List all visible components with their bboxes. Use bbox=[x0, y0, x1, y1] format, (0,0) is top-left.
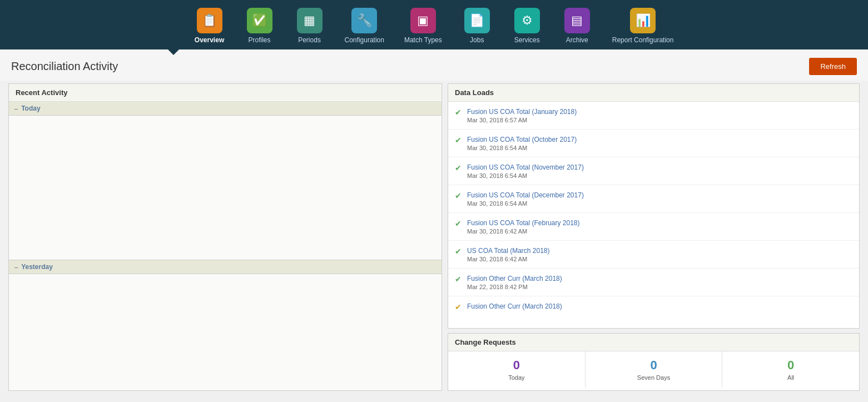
refresh-button[interactable]: Refresh bbox=[809, 58, 857, 75]
data-load-date: Mar 30, 2018 6:54 AM bbox=[467, 145, 852, 151]
data-load-item: ✔Fusion US COA Total (October 2017)Mar 3… bbox=[448, 130, 859, 157]
nav-icon-configuration: 🔧 bbox=[351, 8, 377, 33]
data-load-item: ✔US COA Total (March 2018)Mar 30, 2018 6… bbox=[448, 241, 859, 269]
nav-label-report-config: Report Configuration bbox=[612, 36, 674, 44]
nav-icon-overview: 📋 bbox=[197, 8, 222, 33]
nav-label-periods: Periods bbox=[298, 36, 321, 44]
right-panel: Data Loads ✔Fusion US COA Total (January… bbox=[448, 83, 860, 391]
data-load-info: US COA Total (March 2018)Mar 30, 2018 6:… bbox=[467, 246, 852, 262]
cr-label: Seven Days bbox=[590, 374, 718, 381]
data-load-status-icon: ✔ bbox=[455, 302, 462, 311]
data-load-status-icon: ✔ bbox=[455, 136, 462, 145]
navigation-bar: 📋Overview✅Profiles▦Periods🔧Configuration… bbox=[0, 0, 868, 49]
data-loads-list: ✔Fusion US COA Total (January 2018)Mar 3… bbox=[448, 102, 859, 328]
change-requests-header: Change Requests bbox=[448, 334, 859, 351]
recent-activity-panel: Recent Activity – Today – Yesterday – Se… bbox=[8, 83, 442, 391]
cr-cell-today: 0Today bbox=[448, 351, 586, 388]
data-load-status-icon: ✔ bbox=[455, 108, 462, 117]
data-load-name[interactable]: US COA Total (March 2018) bbox=[467, 247, 550, 255]
nav-icon-match-types: ▣ bbox=[410, 8, 436, 33]
nav-label-services: Services bbox=[514, 36, 540, 44]
nav-label-profiles: Profiles bbox=[249, 36, 271, 44]
data-load-date: Mar 30, 2018 6:42 AM bbox=[467, 256, 852, 262]
nav-icon-report-config: 📊 bbox=[630, 8, 656, 33]
yesterday-section-header[interactable]: – Yesterday bbox=[9, 260, 442, 274]
yesterday-content bbox=[9, 274, 442, 391]
cr-number: 0 bbox=[590, 358, 718, 373]
data-load-date: Mar 30, 2018 6:42 AM bbox=[467, 228, 852, 235]
data-loads-header: Data Loads bbox=[448, 84, 859, 102]
data-load-date: Mar 30, 2018 6:54 AM bbox=[467, 200, 852, 207]
data-load-name[interactable]: Fusion Other Curr (March 2018) bbox=[467, 302, 562, 310]
nav-arrow bbox=[168, 49, 179, 55]
data-load-name[interactable]: Fusion Other Curr (March 2018) bbox=[467, 275, 562, 282]
today-section-header[interactable]: – Today bbox=[9, 102, 442, 116]
cr-label: Today bbox=[453, 374, 581, 381]
data-load-name[interactable]: Fusion US COA Total (November 2017) bbox=[467, 163, 584, 171]
nav-item-services[interactable]: ⚙Services bbox=[502, 4, 552, 49]
data-load-name[interactable]: Fusion US COA Total (October 2017) bbox=[467, 136, 577, 143]
data-load-date: Mar 22, 2018 8:42 PM bbox=[467, 284, 852, 290]
data-load-item: ✔Fusion US COA Total (December 2017)Mar … bbox=[448, 185, 859, 213]
yesterday-toggle[interactable]: – bbox=[14, 264, 18, 270]
data-load-item: ✔Fusion Other Curr (March 2018)Mar 22, 2… bbox=[448, 269, 859, 296]
today-label: Today bbox=[21, 105, 40, 112]
data-load-item: ✔Fusion US COA Total (February 2018)Mar … bbox=[448, 213, 859, 241]
data-load-info: Fusion US COA Total (February 2018)Mar 3… bbox=[467, 219, 852, 235]
data-load-info: Fusion US COA Total (December 2017)Mar 3… bbox=[467, 191, 852, 207]
recent-activity-header: Recent Activity bbox=[9, 84, 442, 102]
data-load-name[interactable]: Fusion US COA Total (December 2017) bbox=[467, 191, 584, 199]
change-requests-panel: Change Requests 0Today0Seven Days0All bbox=[448, 333, 860, 391]
nav-icon-jobs: 📄 bbox=[464, 8, 490, 33]
main-content: Recent Activity – Today – Yesterday – Se… bbox=[0, 81, 868, 399]
cr-number: 0 bbox=[453, 358, 581, 373]
data-load-name[interactable]: Fusion US COA Total (February 2018) bbox=[467, 219, 580, 227]
data-load-item: ✔Fusion US COA Total (November 2017)Mar … bbox=[448, 157, 859, 185]
data-load-status-icon: ✔ bbox=[455, 275, 462, 284]
nav-item-configuration[interactable]: 🔧Configuration bbox=[335, 4, 394, 49]
nav-icon-profiles: ✅ bbox=[247, 8, 272, 33]
data-load-status-icon: ✔ bbox=[455, 191, 462, 200]
nav-item-archive[interactable]: ▤Archive bbox=[552, 4, 602, 49]
page-title: Reconciliation Activity bbox=[11, 60, 118, 73]
data-loads-panel: Data Loads ✔Fusion US COA Total (January… bbox=[448, 83, 860, 329]
data-load-info: Fusion US COA Total (November 2017)Mar 3… bbox=[467, 163, 852, 179]
nav-item-profiles[interactable]: ✅Profiles bbox=[235, 4, 285, 49]
cr-cell-all: 0All bbox=[722, 351, 859, 388]
today-content bbox=[9, 116, 442, 260]
data-load-status-icon: ✔ bbox=[455, 247, 462, 256]
nav-item-report-config[interactable]: 📊Report Configuration bbox=[602, 4, 684, 49]
today-toggle[interactable]: – bbox=[14, 105, 18, 112]
data-load-date: Mar 30, 2018 6:54 AM bbox=[467, 172, 852, 179]
nav-item-periods[interactable]: ▦Periods bbox=[285, 4, 335, 49]
nav-label-archive: Archive bbox=[566, 36, 588, 44]
data-load-info: Fusion US COA Total (October 2017)Mar 30… bbox=[467, 135, 852, 151]
nav-icon-periods: ▦ bbox=[297, 8, 323, 33]
cr-label: All bbox=[727, 374, 855, 381]
data-load-item: ✔Fusion US COA Total (January 2018)Mar 3… bbox=[448, 102, 859, 130]
yesterday-label: Yesterday bbox=[21, 263, 53, 271]
nav-item-overview[interactable]: 📋Overview bbox=[185, 4, 235, 49]
change-requests-grid: 0Today0Seven Days0All bbox=[448, 351, 859, 388]
nav-label-match-types: Match Types bbox=[404, 36, 442, 44]
nav-item-match-types[interactable]: ▣Match Types bbox=[394, 4, 452, 49]
data-load-name[interactable]: Fusion US COA Total (January 2018) bbox=[467, 108, 577, 116]
nav-label-overview: Overview bbox=[195, 36, 224, 44]
nav-label-jobs: Jobs bbox=[470, 36, 484, 44]
data-load-date: Mar 30, 2018 6:57 AM bbox=[467, 117, 852, 123]
page-header: Reconciliation Activity Refresh bbox=[0, 49, 868, 81]
data-load-info: Fusion US COA Total (January 2018)Mar 30… bbox=[467, 107, 852, 123]
data-load-item: ✔Fusion Other Curr (March 2018) bbox=[448, 296, 859, 317]
nav-icon-services: ⚙ bbox=[514, 8, 540, 33]
cr-cell-seven-days: 0Seven Days bbox=[586, 351, 723, 388]
data-load-status-icon: ✔ bbox=[455, 163, 462, 172]
data-load-info: Fusion Other Curr (March 2018)Mar 22, 20… bbox=[467, 274, 852, 290]
nav-item-jobs[interactable]: 📄Jobs bbox=[452, 4, 502, 49]
data-load-info: Fusion Other Curr (March 2018) bbox=[467, 302, 852, 311]
cr-number: 0 bbox=[727, 358, 855, 373]
nav-icon-archive: ▤ bbox=[564, 8, 590, 33]
nav-label-configuration: Configuration bbox=[345, 36, 384, 44]
data-load-status-icon: ✔ bbox=[455, 219, 462, 228]
